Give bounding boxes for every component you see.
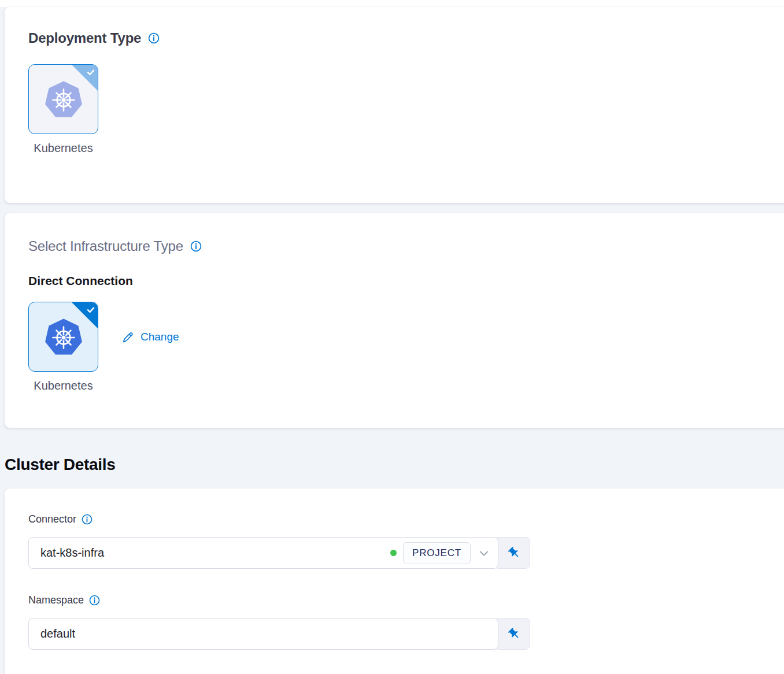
pin-icon xyxy=(508,627,521,640)
cluster-details-heading: Cluster Details xyxy=(5,455,116,474)
namespace-input[interactable]: default xyxy=(28,618,498,650)
connector-input-row: kat-k8s-infra PROJECT xyxy=(28,537,531,569)
deployment-type-tile-kubernetes[interactable] xyxy=(28,64,98,134)
pencil-icon xyxy=(121,331,134,343)
connector-status-dot xyxy=(390,550,397,556)
direct-connection-label: Direct Connection xyxy=(28,274,784,288)
connector-select[interactable]: kat-k8s-infra PROJECT xyxy=(28,537,498,569)
check-icon xyxy=(86,68,95,77)
infrastructure-card: Select Infrastructure Type Direct Connec… xyxy=(5,213,784,428)
info-icon[interactable] xyxy=(82,514,93,525)
deployment-type-card: Deployment Type Kubernetes xyxy=(5,7,784,203)
pin-icon xyxy=(508,546,521,560)
namespace-value: default xyxy=(40,627,490,640)
change-infrastructure-button[interactable]: Change xyxy=(121,331,179,343)
infrastructure-title-row: Select Infrastructure Type xyxy=(28,238,784,254)
info-icon[interactable] xyxy=(89,595,100,606)
kubernetes-icon xyxy=(45,80,83,118)
infrastructure-title: Select Infrastructure Type xyxy=(28,238,183,254)
change-label: Change xyxy=(140,331,179,343)
kubernetes-icon xyxy=(45,318,83,356)
connector-scope-badge: PROJECT xyxy=(403,542,471,564)
check-icon xyxy=(86,305,95,314)
deployment-type-title-row: Deployment Type xyxy=(28,30,784,46)
connector-pin-button[interactable] xyxy=(494,537,530,569)
namespace-pin-button[interactable] xyxy=(494,618,530,650)
deployment-type-title: Deployment Type xyxy=(28,30,141,46)
connector-value: kat-k8s-infra xyxy=(40,546,390,560)
connector-label-row: Connector xyxy=(28,513,784,525)
infrastructure-tile-kubernetes[interactable] xyxy=(28,302,98,372)
cluster-details-card: Connector kat-k8s-infra PROJECT Namespac… xyxy=(5,488,784,674)
namespace-label: Namespace xyxy=(28,594,84,606)
deployment-tile-label: Kubernetes xyxy=(34,142,93,155)
connector-dropdown-toggle[interactable] xyxy=(478,547,490,560)
top-card-edge xyxy=(0,0,784,7)
info-icon[interactable] xyxy=(190,240,202,252)
chevron-down-icon xyxy=(478,547,490,560)
info-icon[interactable] xyxy=(148,32,160,44)
connector-label: Connector xyxy=(28,513,76,525)
infrastructure-tile-label: Kubernetes xyxy=(34,379,93,392)
namespace-label-row: Namespace xyxy=(28,594,784,606)
namespace-input-row: default xyxy=(28,618,531,650)
